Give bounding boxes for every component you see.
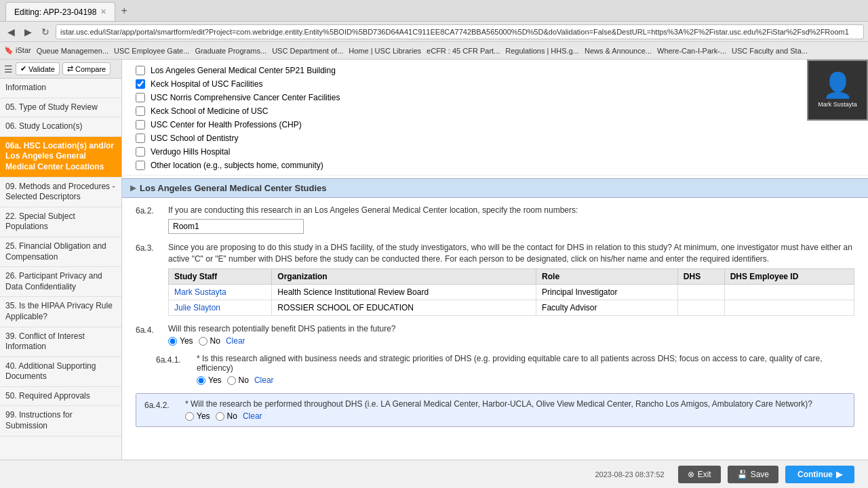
sidebar-item-39[interactable]: 39. Conflict of Interest Information — [0, 327, 121, 357]
back-button[interactable]: ◀ — [4, 25, 18, 39]
checkbox-4[interactable] — [136, 120, 145, 129]
checkboxes-section: Los Angeles General Medical Center 5P21 … — [122, 60, 868, 176]
webcam-label: Mark Sustayta — [816, 100, 859, 109]
col-role: Role — [536, 269, 678, 285]
sidebar-toggle-button[interactable]: ☰ — [4, 64, 13, 75]
q6a42-text: * Will the research be performed through… — [185, 399, 846, 409]
q6a4-no-radio[interactable] — [199, 337, 208, 346]
checkbox-label-5: USC School of Dentistry — [151, 134, 238, 143]
refresh-button[interactable]: ↻ — [38, 25, 53, 39]
checkbox-6[interactable] — [136, 147, 145, 157]
validate-icon: ✔ — [20, 64, 26, 73]
q6a4-no-label[interactable]: No — [199, 336, 220, 346]
q6a41-yes-radio[interactable] — [197, 376, 205, 385]
q6a41-clear-link[interactable]: Clear — [254, 375, 274, 385]
checkbox-label-6: Verdugo Hills Hospital — [151, 147, 230, 157]
bookmark-ecfr[interactable]: eCFR : 45 CFR Part... — [427, 47, 500, 55]
checkbox-label-7: Other location (e.g., subjects home, com… — [151, 161, 323, 170]
bookmark-dept[interactable]: USC Department of... — [272, 47, 343, 55]
sidebar-item-06a[interactable]: 06a. HSC Location(s) and/or Los Angeles … — [0, 137, 121, 178]
bookmark-regs[interactable]: Regulations | HHS.g... — [505, 47, 579, 55]
bookmark-employee[interactable]: USC Employee Gate... — [114, 47, 189, 55]
continue-arrow-icon: ▶ — [836, 470, 842, 479]
exit-button[interactable]: ⊗ Exit — [678, 466, 721, 483]
checkbox-1[interactable] — [136, 79, 145, 89]
form-section: 6a.2. If you are conducting this researc… — [122, 198, 868, 439]
checkbox-label-4: USC Center for Health Professions (CHP) — [151, 120, 302, 129]
col-dhs: DHS — [677, 269, 724, 285]
compare-button[interactable]: ⇄ Compare — [62, 62, 111, 75]
bookmark-news[interactable]: News & Announce... — [585, 47, 652, 55]
checkbox-label-3: Keck School of Medicine of USC — [151, 106, 268, 116]
table-row: Mark SustaytaHealth Science Institutiona… — [169, 285, 854, 300]
forward-button[interactable]: ▶ — [21, 25, 35, 39]
bottom-bar: 2023-08-23 08:37:52 ⊗ Exit 💾 Save Contin… — [0, 460, 868, 488]
close-icon[interactable]: ✕ — [100, 7, 106, 16]
q6a41-text: * Is this research aligned with business… — [197, 354, 854, 373]
q6a2-input[interactable] — [168, 219, 304, 234]
col-organization: Organization — [272, 269, 536, 285]
checkbox-3[interactable] — [136, 106, 145, 116]
timestamp: 2023-08-23 08:37:52 — [595, 470, 664, 479]
q6a42-yes-label[interactable]: Yes — [185, 411, 210, 421]
checkbox-2[interactable] — [136, 93, 145, 102]
webcam-person: 👤 — [823, 71, 853, 100]
q6a4-yes-radio[interactable] — [168, 337, 177, 346]
sidebar-item-information[interactable]: Information — [0, 79, 121, 98]
staff-name-link-0[interactable]: Mark Sustayta — [174, 287, 226, 297]
continue-button[interactable]: Continue ▶ — [785, 466, 854, 483]
compare-icon: ⇄ — [67, 64, 73, 73]
bookmark-istar[interactable]: 🔖 iStar — [4, 46, 31, 55]
q6a4-clear-link[interactable]: Clear — [226, 336, 245, 346]
sidebar-item-35[interactable]: 35. Is the HIPAA Privacy Rule Applicable… — [0, 297, 121, 327]
validate-button[interactable]: ✔ Validate — [16, 62, 60, 75]
staff-name-link-1[interactable]: Julie Slayton — [174, 303, 220, 312]
checkbox-label-1: Keck Hospital of USC Facilities — [151, 79, 262, 89]
sidebar-item-06[interactable]: 06. Study Location(s) — [0, 117, 121, 137]
checkbox-label-2: USC Norris Comprehensive Cancer Center F… — [151, 93, 340, 102]
bookmark-queue[interactable]: Queue Managemen... — [37, 47, 108, 55]
q6a42-clear-link[interactable]: Clear — [243, 411, 262, 421]
exit-icon: ⊗ — [688, 470, 694, 479]
sidebar-item-25[interactable]: 25. Financial Obligation and Compensatio… — [0, 237, 121, 267]
sidebar-item-99[interactable]: 99. Instructions for Submission — [0, 406, 121, 436]
table-row: Julie SlaytonROSSIER SCHOOL OF EDUCATION… — [169, 300, 854, 316]
bookmark-grad[interactable]: Graduate Programs... — [195, 47, 267, 55]
checkbox-row-2: USC Norris Comprehensive Cancer Center F… — [136, 91, 854, 104]
sidebar-item-09[interactable]: 09. Methods and Procedures - Selected De… — [0, 178, 121, 207]
checkbox-0[interactable] — [136, 66, 145, 75]
q6a42-no-radio[interactable] — [216, 412, 224, 421]
bookmark-faculty[interactable]: USC Faculty and Sta... — [732, 47, 808, 55]
study-staff-table: Study Staff Organization Role DHS DHS Em… — [168, 268, 854, 316]
q6a42-no-label[interactable]: No — [216, 411, 237, 421]
section-arrow-icon: ▶ — [130, 184, 136, 192]
checkbox-7[interactable] — [136, 161, 145, 170]
sidebar-item-50[interactable]: 50. Required Approvals — [0, 387, 121, 407]
q6a41-yes-label[interactable]: Yes — [197, 375, 222, 385]
new-tab-button[interactable]: + — [118, 5, 130, 17]
sidebar-item-26[interactable]: 26. Participant Privacy and Data Confide… — [0, 267, 121, 297]
checkbox-label-0: Los Angeles General Medical Center 5P21 … — [151, 66, 336, 75]
bookmark-libraries[interactable]: Home | USC Libraries — [349, 47, 421, 55]
q6a42-num: 6a.4.2. — [144, 399, 177, 410]
sidebar-item-05[interactable]: 05. Type of Study Review — [0, 98, 121, 118]
q6a42-highlight-box: 6a.4.2. * Will the research be performed… — [136, 393, 854, 427]
checkbox-row-3: Keck School of Medicine of USC — [136, 104, 854, 118]
bookmark-parking[interactable]: Where-Can-I-Park-... — [657, 47, 726, 55]
address-bar[interactable] — [56, 24, 864, 39]
q6a41-no-label[interactable]: No — [227, 375, 249, 385]
checkbox-row-0: Los Angeles General Medical Center 5P21 … — [136, 64, 854, 77]
q6a4-text: Will this research potentially benefit D… — [168, 324, 854, 333]
checkbox-row-6: Verdugo Hills Hospital — [136, 145, 854, 159]
q6a41-no-radio[interactable] — [227, 376, 236, 385]
sidebar: ☰ ✔ Validate ⇄ Compare Information05. Ty… — [0, 60, 122, 460]
browser-tab[interactable]: Editing: APP-23-04198 ✕ — [5, 2, 115, 21]
q6a2-text: If you are conducting this research in a… — [168, 205, 854, 216]
save-button[interactable]: 💾 Save — [728, 466, 778, 483]
sidebar-item-22[interactable]: 22. Special Subject Populations — [0, 207, 121, 237]
checkbox-row-7: Other location (e.g., subjects home, com… — [136, 159, 854, 172]
q6a4-yes-label[interactable]: Yes — [168, 336, 193, 346]
checkbox-5[interactable] — [136, 134, 145, 143]
q6a42-yes-radio[interactable] — [185, 412, 194, 421]
sidebar-item-40[interactable]: 40. Additional Supporting Documents — [0, 357, 121, 387]
